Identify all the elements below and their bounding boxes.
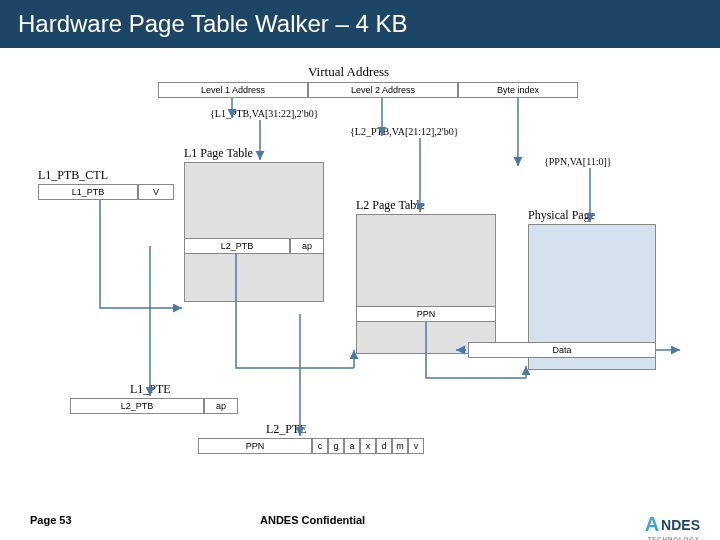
- l2-page-table-label: L2 Page Table: [356, 198, 425, 213]
- va-byte-field: Byte index: [458, 82, 578, 98]
- l1-ptb-field: L1_PTB: [38, 184, 138, 200]
- title-bar: Hardware Page Table Walker – 4 KB: [0, 0, 720, 48]
- slide-title: Hardware Page Table Walker – 4 KB: [18, 10, 408, 38]
- l2-pte-x: x: [360, 438, 376, 454]
- l2-row-ppn: PPN: [356, 306, 496, 322]
- l2-pte-fields: PPN c g a x d m v: [198, 438, 424, 454]
- l1-offset-expr: {L1_PTB,VA[31:22],2'b0}: [210, 108, 318, 119]
- l1-row-l2ptb: L2_PTB: [184, 238, 290, 254]
- data-row: Data: [468, 342, 656, 358]
- l2-pte-g: g: [328, 438, 344, 454]
- l1-v-field: V: [138, 184, 174, 200]
- confidential-label: ANDES Confidential: [260, 514, 365, 526]
- andes-logo: ANDES TECHNOLOGY: [645, 513, 700, 536]
- logo-subtext: TECHNOLOGY: [648, 536, 700, 540]
- l2-pte-c: c: [312, 438, 328, 454]
- l2-pte-a: a: [344, 438, 360, 454]
- diagram-area: Virtual Address Level 1 Address Level 2 …: [0, 48, 720, 510]
- l2-table-row: PPN: [356, 306, 496, 322]
- l1-row-ap: ap: [290, 238, 324, 254]
- l2-pte-v: v: [408, 438, 424, 454]
- logo-text: NDES: [661, 517, 700, 533]
- l2-pte-d: d: [376, 438, 392, 454]
- l2-pte-m: m: [392, 438, 408, 454]
- footer: Page 53 ANDES Confidential: [0, 514, 720, 534]
- l1-ptb-ctl-fields: L1_PTB V: [38, 184, 174, 200]
- l1-table-row: L2_PTB ap: [184, 238, 324, 254]
- virtual-address-label: Virtual Address: [308, 64, 389, 80]
- page-number: Page 53: [30, 514, 72, 526]
- l1-page-table-box: [184, 162, 324, 302]
- l1-pte-ap: ap: [204, 398, 238, 414]
- logo-a-icon: A: [645, 513, 659, 536]
- l1-pte-label: L1_PTE: [130, 382, 171, 397]
- l1-pte-l2ptb: L2_PTB: [70, 398, 204, 414]
- l2-offset-expr: {L2_PTB,VA[21:12],2'b0}: [350, 126, 458, 137]
- data-cell: Data: [468, 342, 656, 358]
- va-l2-field: Level 2 Address: [308, 82, 458, 98]
- phys-offset-expr: {PPN,VA[11:0]}: [544, 156, 612, 167]
- l1-page-table-label: L1 Page Table: [184, 146, 253, 161]
- va-fields: Level 1 Address Level 2 Address Byte ind…: [158, 82, 578, 98]
- l2-pte-ppn: PPN: [198, 438, 312, 454]
- l1-pte-fields: L2_PTB ap: [70, 398, 238, 414]
- l2-page-table-box: [356, 214, 496, 354]
- l2-pte-label: L2_PTE: [266, 422, 307, 437]
- va-l1-field: Level 1 Address: [158, 82, 308, 98]
- l1-ptb-ctl-label: L1_PTB_CTL: [38, 168, 108, 183]
- physical-page-label: Physical Page: [528, 208, 595, 223]
